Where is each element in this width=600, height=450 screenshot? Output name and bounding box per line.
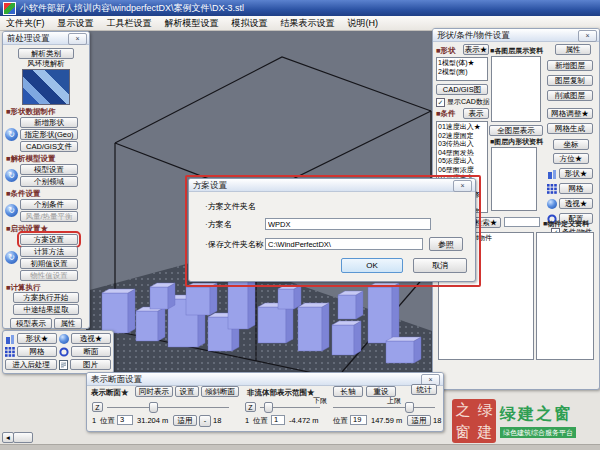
perspective-button[interactable]: 透视★ (71, 333, 111, 344)
object-list-right[interactable] (536, 232, 594, 360)
rp-perspective-button[interactable]: 透视★ (559, 198, 593, 209)
cad-gis-file-button[interactable]: CAD/GIS文件 (20, 141, 78, 152)
analysis-type-button[interactable]: 解析类别 (18, 48, 74, 59)
analysis-model-icon: ↻ (5, 169, 18, 182)
enter-postprocess-button[interactable]: 进入后处理 (5, 359, 57, 370)
image-capture-button[interactable]: 图片 (70, 359, 111, 370)
interim-result-button[interactable]: 中途结果提取 (13, 304, 79, 315)
rp-mesh-view-button[interactable]: 网格 (559, 183, 593, 194)
run-scheme-button[interactable]: 方案执行开始 (13, 292, 79, 303)
new-layer-button[interactable]: 新增图层 (547, 60, 593, 71)
condition-item[interactable]: 05浓度出入 (438, 157, 486, 166)
assign-shape-geo-button[interactable]: 指定形状(Geo) (20, 129, 78, 140)
browse-button[interactable]: 参照 (429, 237, 463, 251)
condition-item[interactable]: 06壁面浓度 (438, 166, 486, 175)
upper-limit-slider[interactable] (333, 407, 435, 408)
menu-analysis-model-settings[interactable]: 解析模型设置 (165, 17, 219, 30)
individual-condition-button[interactable]: 个别条件 (20, 199, 78, 210)
condition-item[interactable]: 03传热出入 (438, 140, 486, 149)
slider-thumb[interactable] (264, 402, 273, 413)
preprocess-close-icon[interactable]: × (68, 33, 87, 45)
position-label: 位置 (100, 416, 115, 426)
section-max-index: 18 (213, 416, 221, 426)
mesh-view-button[interactable]: 网格 (17, 346, 57, 357)
slope-section-button[interactable]: 倾斜断面 (201, 386, 239, 397)
scheme-dialog-close-icon[interactable]: × (453, 180, 472, 192)
search-input[interactable] (504, 217, 540, 227)
cad-gis-button[interactable]: CAD/GIS图 (436, 84, 488, 95)
lower-limit-slider[interactable] (260, 407, 320, 408)
long-axis-button[interactable]: 长轴 (333, 386, 363, 397)
mesh-adjust-button[interactable]: 网格调整★ (547, 108, 593, 119)
menu-result-display-settings[interactable]: 结果表示设置 (281, 17, 335, 30)
attributes-button[interactable]: 属性 (555, 44, 591, 55)
canvas-hscrollbar[interactable]: ◂ (2, 432, 90, 442)
lower-limit-input[interactable] (271, 415, 285, 425)
condition-item[interactable]: 04壁面发热 (438, 149, 486, 158)
copy-layer-button[interactable]: 图层复制 (547, 75, 593, 86)
air-heat-balance-button: 风量/热量平衡 (20, 211, 78, 222)
shape-item[interactable]: 1模型(体)★ (438, 59, 486, 68)
statistics-button[interactable]: 统计 (411, 384, 437, 395)
lower-min-index: 1 (245, 416, 249, 426)
tab-attributes[interactable]: 属性 (54, 318, 82, 329)
preprocess-panel: 前处理设置 × 解析类别 风环境解析 ■形状数据制作 ↻ 新增形状 指定形状(G… (2, 31, 90, 329)
menu-help[interactable]: 说明(H) (348, 17, 379, 30)
condition-display-button[interactable]: 表示 (463, 108, 489, 119)
apply-button-right[interactable]: 适用 (407, 415, 431, 426)
menu-simulation-settings[interactable]: 模拟设置 (232, 17, 268, 30)
upper-limit-label: 上限 (387, 396, 401, 406)
scheme-name-label: ·方案名 (205, 220, 232, 230)
shape-list[interactable]: 1模型(体)★ 2模型(面) (436, 57, 488, 81)
rp-shape-view-button[interactable]: 形状★ (559, 168, 593, 179)
delete-layer-button[interactable]: 削减图层 (547, 90, 593, 101)
layer-list[interactable] (491, 56, 541, 122)
apply-button-left[interactable]: 适用 (173, 415, 197, 426)
inlayer-list[interactable] (491, 147, 537, 211)
section-combo[interactable]: - (199, 415, 211, 427)
new-shape-button[interactable]: 新增形状 (20, 117, 78, 128)
section-set-button[interactable]: 设置 (175, 386, 199, 397)
coordinates-button[interactable]: 坐标 (553, 139, 589, 150)
scheme-settings-button[interactable]: 方案设置 (20, 234, 78, 245)
initial-value-button[interactable]: 初期值设置 (20, 258, 78, 269)
mesh-generate-button[interactable]: 网格生成 (547, 123, 593, 134)
scheme-settings-dialog: 方案设置 × ·方案文件夹名 ·方案名 ·保存文件夹名称 参照 OK 取消 (188, 178, 476, 282)
perspective-icon (547, 199, 557, 209)
ok-button[interactable]: OK (341, 258, 403, 273)
condition-item[interactable]: 02速度固定 (438, 132, 486, 141)
all-layers-button[interactable]: 全图层表示 (489, 125, 543, 136)
lower-limit-meas: -4.472 m (289, 416, 319, 426)
axis-button-left[interactable]: Z (92, 402, 103, 412)
shape-display-button[interactable]: 表示★ (463, 44, 489, 55)
model-settings-button[interactable]: 模型设置 (20, 164, 78, 175)
menu-file[interactable]: 文件夹(F) (6, 17, 45, 30)
scheme-folder-label: ·方案文件夹名 (205, 202, 256, 212)
section-position-slider[interactable] (107, 407, 229, 408)
orientation-button[interactable]: 方位★ (553, 153, 589, 164)
shape-view-button[interactable]: 形状★ (17, 333, 57, 344)
individual-region-button[interactable]: 个别领域 (20, 176, 78, 187)
menu-toolbar-settings[interactable]: 工具栏设置 (107, 17, 152, 30)
scheme-name-input[interactable] (265, 218, 431, 230)
axis-button-mid[interactable]: Z (245, 402, 256, 412)
scroll-thumb[interactable] (13, 432, 33, 443)
menu-display-settings[interactable]: 显示设置 (58, 17, 94, 30)
slider-thumb[interactable] (149, 402, 158, 413)
show-cad-checkbox[interactable]: ✓ 显示CAD数据 (436, 97, 490, 107)
cancel-button[interactable]: 取消 (413, 258, 467, 273)
save-folder-input[interactable] (265, 238, 423, 250)
tab-model-display[interactable]: 模型表示 (10, 318, 52, 329)
condition-item[interactable]: 01速度出入★ (438, 123, 486, 132)
watermark-brand: 绿建之窗 (500, 404, 576, 425)
perspective-icon (59, 334, 69, 344)
section-position-input[interactable] (117, 415, 133, 425)
slider-thumb[interactable] (405, 402, 414, 413)
section-view-button[interactable]: 断面 (71, 346, 111, 357)
sco-close-icon[interactable]: × (578, 30, 597, 42)
calc-method-button[interactable]: 计算方法 (20, 246, 78, 257)
condition-settings-icon: ↻ (5, 204, 18, 217)
sync-display-button[interactable]: 同时表示 (135, 386, 173, 397)
shape-item[interactable]: 2模型(面) (438, 68, 486, 77)
upper-limit-input[interactable] (350, 415, 367, 425)
